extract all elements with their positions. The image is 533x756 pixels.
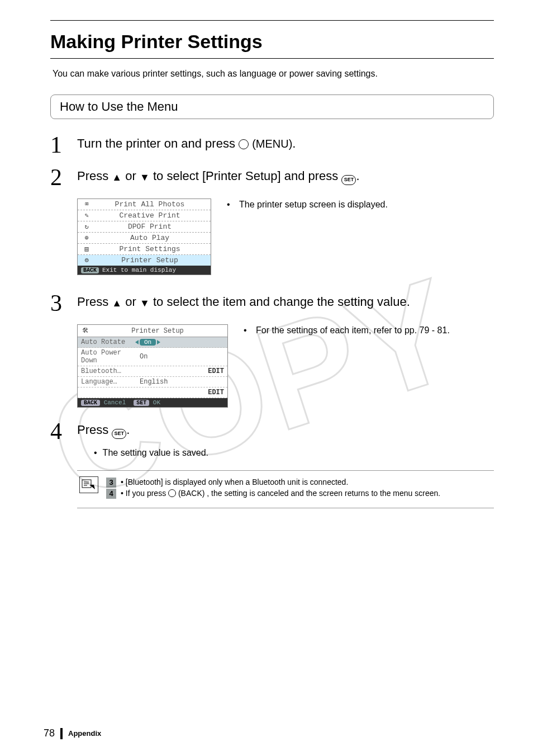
menu-item: ↻DPOF Print [78, 221, 211, 233]
setup-row: Auto RotateOn [78, 337, 227, 348]
menu-item: ⌧Print All Photos [78, 199, 211, 210]
text: Turn the printer on and press [77, 136, 239, 150]
set-icon: SET [341, 175, 356, 185]
note-ref-4: 4 [106, 489, 116, 499]
menu-item: ⚙Printer Setup [78, 255, 211, 266]
menu-item-label: Printer Setup [92, 256, 207, 264]
back-badge: BACK [81, 400, 100, 406]
note-4-text: • If you press (BACK) , the setting is c… [121, 489, 440, 498]
text: to select the item and change the settin… [153, 295, 410, 309]
page-footer: 78 Appendix [44, 727, 101, 739]
page-number: 78 [44, 727, 55, 739]
step-4-text: Press SET. [77, 422, 494, 442]
up-arrow-icon: ▲ [112, 172, 122, 183]
setup-key: Auto Power Down [81, 349, 140, 365]
setup-footer: BACK Cancel SET OK [78, 398, 227, 407]
note-rule-bottom [77, 508, 494, 508]
toolset-icon: 🛠 [82, 327, 89, 335]
caption-text: For the settings of each item, refer to … [256, 325, 450, 336]
setup-key: Language… [81, 378, 140, 386]
note-line-3: 3 • [Bluetooth] is displayed only when a… [106, 478, 492, 488]
text: . [292, 136, 296, 150]
step-number: 1 [50, 131, 62, 158]
menu-item: ⊕Auto Play [78, 233, 211, 244]
text: to select [Printer Setup] and press [153, 169, 342, 183]
setup-key: Bluetooth… [81, 367, 140, 375]
setup-row: Auto Power DownOn [78, 348, 227, 366]
top-rule [50, 20, 494, 21]
back-label: (BACK) [178, 489, 204, 498]
step-4-bullet: • The setting value is saved. [77, 448, 494, 458]
page: COPY Making Printer Settings You can mak… [0, 0, 533, 756]
text: Press [77, 423, 112, 437]
menu-item-label: Auto Play [92, 234, 207, 242]
down-arrow-icon: ▼ [140, 172, 150, 183]
section-heading: How to Use the Menu [50, 94, 494, 119]
note-3-text: • [Bluetooth] is displayed only when a B… [121, 478, 348, 486]
step-1: 1 Turn the printer on and press (MENU). [77, 136, 494, 156]
set-icon: SET [112, 429, 126, 439]
text: • If you press [121, 489, 168, 498]
menu-item-label: Print All Photos [92, 200, 207, 209]
intro-text: You can make various printer settings, s… [50, 69, 494, 79]
menu-item-label: Print Settings [92, 245, 207, 253]
text: . [356, 169, 359, 183]
menu-item: ✎Creative Print [78, 210, 211, 221]
text: , the setting is canceled and the screen… [207, 489, 440, 498]
setup-row: Bluetooth…EDIT [78, 366, 227, 377]
setup-screenshot: 🛠 Printer Setup Auto RotateOnAuto Power … [77, 324, 228, 408]
menu-item-icon: ✎ [81, 211, 92, 220]
note-icon [79, 476, 98, 493]
set-label: OK [153, 399, 160, 406]
step-2-text: Press ▲ or ▼ to select [Printer Setup] a… [77, 168, 494, 188]
set-badge: SET [134, 400, 149, 406]
menu-item-label: DPOF Print [92, 223, 207, 231]
caption-text: The printer setup screen is displayed. [239, 200, 388, 210]
step-4: 4 Press SET. • The setting value is save… [77, 422, 494, 458]
setup-key: Auto Rotate [81, 338, 140, 346]
menu-footer: BACK Exit to main display [78, 266, 211, 275]
setup-row: EDIT [78, 388, 227, 398]
setup-header: 🛠 Printer Setup [78, 325, 227, 337]
note-ref-3: 3 [106, 478, 116, 488]
footer-bar [60, 728, 63, 739]
setup-title: Printer Setup [92, 327, 223, 335]
bullet-text: The setting value is saved. [103, 448, 208, 458]
menu-item-icon: ⚙ [81, 256, 92, 264]
step-number: 4 [50, 418, 62, 445]
menu-item-icon: ↻ [81, 223, 92, 231]
setup-value: On [140, 353, 199, 361]
bullet-dot: • [94, 448, 97, 458]
text: . [126, 423, 130, 437]
circle-icon [168, 489, 176, 497]
menu-item-icon: ⌧ [81, 200, 92, 209]
setup-value: On [140, 338, 199, 346]
menu-item-icon: ▤ [81, 245, 92, 253]
step-2-caption: • The printer setup screen is displayed. [227, 200, 494, 210]
value-pill: On [140, 339, 156, 346]
step-3-caption: • For the settings of each item, refer t… [244, 325, 494, 336]
steps-container: 1 Turn the printer on and press (MENU). … [50, 136, 494, 508]
note-block: 3 • [Bluetooth] is displayed only when a… [77, 471, 494, 505]
text: Press [77, 295, 112, 309]
setup-row: Language…English [78, 377, 227, 388]
step-3-text: Press ▲ or ▼ to select the item and chan… [77, 294, 494, 314]
bullet-dot: • [227, 200, 234, 210]
step-number: 2 [50, 164, 62, 191]
down-arrow-icon: ▼ [140, 297, 150, 309]
bullet-dot: • [244, 325, 250, 336]
step-number: 3 [50, 290, 62, 316]
up-arrow-icon: ▲ [112, 297, 122, 309]
menu-footer-text: Exit to main display [102, 267, 176, 273]
text: or [125, 295, 140, 309]
menu-item: ▤Print Settings [78, 244, 211, 255]
back-label: Cancel [104, 399, 126, 406]
step-3: 3 Press ▲ or ▼ to select the item and ch… [77, 294, 494, 408]
back-badge: BACK [81, 267, 99, 273]
text: Press [77, 169, 112, 183]
footer-section: Appendix [68, 729, 101, 738]
page-title: Making Printer Settings [50, 29, 494, 59]
step-2: 2 Press ▲ or ▼ to select [Printer Setup]… [77, 168, 494, 275]
step-1-text: Turn the printer on and press (MENU). [77, 136, 494, 156]
menu-item-label: Creative Print [92, 211, 207, 220]
